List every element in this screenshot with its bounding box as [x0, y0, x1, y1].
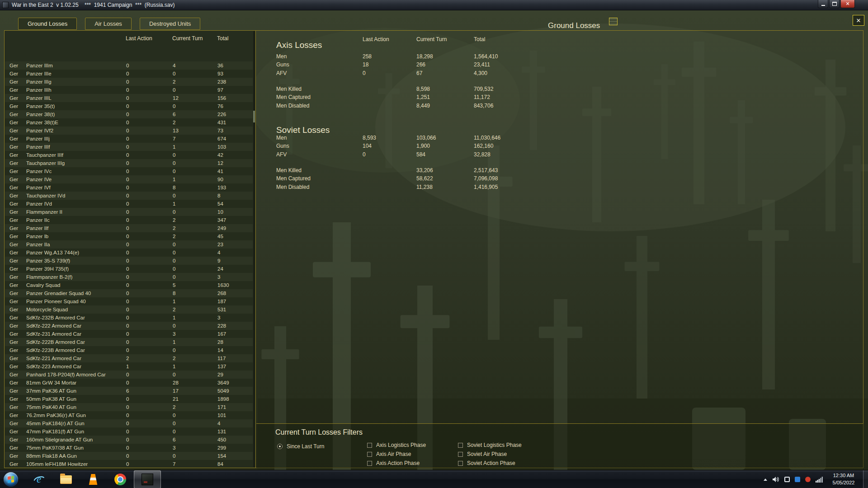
tab-bar: Ground Losses Air Losses Destroyed Units	[18, 18, 200, 30]
taskbar-clock[interactable]: 12:30 AM 5/05/2022	[826, 472, 862, 486]
checkbox-icon[interactable]	[367, 443, 372, 448]
table-row[interactable]: GerSdKfz-222B Armored Car0128	[5, 338, 253, 346]
filter-checkbox-item[interactable]: Soviet Logistics Phase	[458, 441, 522, 450]
since-last-turn-radio[interactable]: Since Last Turn	[277, 443, 324, 450]
filter-checkbox-item[interactable]: Axis Air Phase	[367, 450, 426, 459]
table-row[interactable]: GerPanzer IIIj07674	[5, 135, 253, 143]
table-row[interactable]: GerPanzer IVc0041	[5, 167, 253, 175]
taskbar-chrome[interactable]	[107, 470, 134, 488]
table-row[interactable]: GerTauchpanzer IIIg0012	[5, 159, 253, 167]
tab-air-losses[interactable]: Air Losses	[85, 18, 132, 30]
table-row[interactable]: GerPanzer IVe0190	[5, 175, 253, 183]
left-panel-scrollbar[interactable]	[253, 31, 255, 467]
table-row[interactable]: GerSdKfz-232B Armored Car013	[5, 314, 253, 322]
tray-white-icon[interactable]	[784, 477, 790, 482]
table-row[interactable]: GerPanzer IIIf01103	[5, 143, 253, 151]
table-row[interactable]: GerPanhard 178-P204(f) Armored Car0029	[5, 371, 253, 379]
table-row[interactable]: GerPanzer 35(t)0076	[5, 102, 253, 110]
table-row[interactable]: GerPanzer 35-S 739(f)009	[5, 257, 253, 265]
table-row[interactable]: GerSdKfz-223B Armored Car0014	[5, 346, 253, 354]
table-row[interactable]: GerFlammpanzer B-2(f)003	[5, 273, 253, 281]
table-row[interactable]: Ger160mm Stielgranade AT Gun06450	[5, 436, 253, 444]
filter-checkbox-item[interactable]: Axis Action Phase	[367, 459, 426, 468]
maximize-button[interactable]	[829, 0, 840, 8]
filter-checkbox-item[interactable]: Axis Logistics Phase	[367, 441, 426, 450]
table-row[interactable]: Ger81mm GrW 34 Mortar0283649	[5, 379, 253, 387]
radio-icon[interactable]	[277, 444, 283, 449]
checkbox-icon[interactable]	[367, 452, 372, 457]
table-row[interactable]: Ger75mm PaK97/38 AT Gun03299	[5, 444, 253, 452]
tab-destroyed-units[interactable]: Destroyed Units	[140, 18, 200, 30]
table-row[interactable]: Ger75mm PaK40 AT Gun02171	[5, 403, 253, 411]
filters-title: Current Turn Losses Filters	[275, 428, 363, 436]
table-row[interactable]: GerCavalry Squad051630	[5, 281, 253, 289]
table-row[interactable]: GerSdKfz-222 Armored Car00228	[5, 322, 253, 330]
table-row[interactable]: Ger50mm PaK38 AT Gun0211898	[5, 395, 253, 403]
table-row[interactable]: GerFlammpanzer II0010	[5, 208, 253, 216]
filter-checkbox-item[interactable]: Soviet Air Phase	[458, 450, 522, 459]
table-row[interactable]: GerPanzer IVd0154	[5, 200, 253, 208]
table-row[interactable]: Ger45mm PaK184(r) AT Gun004	[5, 419, 253, 427]
svg-text:e: e	[37, 474, 41, 485]
table-row[interactable]: GerTauchpanzer IVd008	[5, 192, 253, 200]
table-row[interactable]: GerPanzer Pioneer Squad 4001187	[5, 297, 253, 305]
table-row[interactable]: Ger37mm PaK36 AT Gun6175049	[5, 387, 253, 395]
table-row[interactable]: Ger76.2mm PaK36(r) AT Gun00101	[5, 411, 253, 419]
checkbox-icon[interactable]	[458, 461, 463, 466]
taskbar-windows-explorer[interactable]	[52, 470, 80, 488]
help-icon[interactable]	[609, 18, 618, 25]
table-row[interactable]: GerPanzer IIIL012156	[5, 94, 253, 102]
minimize-button[interactable]	[818, 0, 828, 8]
hidden-icons-chevron[interactable]	[764, 479, 767, 481]
table-row[interactable]: GerPanzer Wg.A13 744(e)004	[5, 249, 253, 257]
filter-checkbox-item[interactable]: Soviet Action Phase	[458, 459, 522, 468]
game-close-button[interactable]: ✕	[853, 15, 864, 26]
checkbox-icon[interactable]	[458, 443, 463, 448]
soviet-phase-filters: Soviet Logistics PhaseSoviet Air PhaseSo…	[458, 441, 522, 468]
table-row[interactable]: GerTauchpanzer IIIf0042	[5, 151, 253, 159]
table-row[interactable]: GerPanzer Ib0245	[5, 232, 253, 240]
close-button[interactable]: ✕	[840, 0, 855, 8]
volume-icon[interactable]	[772, 476, 779, 483]
filters-panel: Current Turn Losses Filters Since Last T…	[256, 423, 863, 468]
network-icon[interactable]	[816, 477, 823, 483]
table-row[interactable]: GerSdKfz-223 Armored Car11137	[5, 362, 253, 371]
table-row[interactable]: GerPanzer IIIe0093	[5, 70, 253, 78]
table-row[interactable]: Ger105mm leFH18M Howitzer0784	[5, 460, 253, 467]
table-row[interactable]: GerPanzer IIIm0436	[5, 61, 253, 70]
wite2-icon	[142, 474, 153, 485]
table-row[interactable]: GerSdKfz-221 Armored Car22117	[5, 354, 253, 362]
table-row[interactable]: GerPanzer IIa0023	[5, 240, 253, 249]
table-row[interactable]: GerPanzer IVf201373	[5, 127, 253, 135]
table-row[interactable]: GerPanzer IVf08193	[5, 183, 253, 192]
tab-ground-losses[interactable]: Ground Losses	[18, 18, 77, 30]
table-row[interactable]: GerSdKfz-231 Armored Car03167	[5, 330, 253, 338]
table-row[interactable]: GerPanzer IIIh0097	[5, 86, 253, 94]
table-row[interactable]: GerPanzer IIc02347	[5, 216, 253, 224]
scrollbar-thumb[interactable]	[253, 111, 255, 122]
table-row[interactable]: GerPanzer 38(t)06226	[5, 110, 253, 118]
summary-row: Men Disabled11,2381,416,905	[258, 184, 565, 192]
table-row[interactable]: GerPanzer Grenadier Squad 4008268	[5, 289, 253, 297]
table-row[interactable]: GerPanzer 39H 735(f)0024	[5, 265, 253, 273]
chrome-icon	[114, 474, 126, 485]
table-row[interactable]: GerPanzer IIf02249	[5, 224, 253, 232]
table-row[interactable]: GerPanzer 38(t)E02431	[5, 118, 253, 127]
summary-row: AFV0674,300	[258, 70, 565, 78]
internet-explorer-icon: e	[33, 473, 45, 486]
table-row[interactable]: GerMotorcycle Squad02531	[5, 305, 253, 314]
start-button[interactable]	[4, 472, 18, 487]
start-orb-icon	[8, 476, 14, 483]
table-row[interactable]: Ger47mm PaK181(f) AT Gun00131	[5, 427, 253, 436]
table-row[interactable]: GerPanzer IIIg02238	[5, 78, 253, 86]
checkbox-icon[interactable]	[458, 452, 463, 457]
taskbar-wite2-active[interactable]	[134, 470, 161, 488]
show-desktop-button[interactable]	[863, 470, 868, 488]
taskbar-vlc[interactable]	[80, 470, 107, 488]
tray-red-icon[interactable]	[805, 477, 811, 482]
taskbar-internet-explorer[interactable]: e	[25, 470, 52, 488]
table-row[interactable]: Ger88mm Flak18 AA Gun00154	[5, 452, 253, 460]
checkbox-icon[interactable]	[367, 461, 372, 466]
tray-blue-icon[interactable]	[795, 477, 800, 482]
window-controls: ✕	[818, 0, 855, 8]
